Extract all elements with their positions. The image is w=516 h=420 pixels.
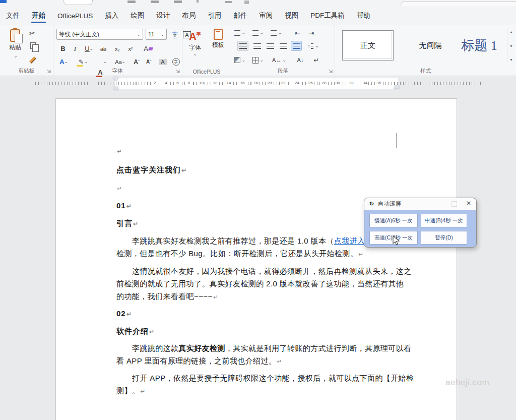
tab-mailings[interactable]: 邮件 <box>227 6 253 25</box>
tab-layout[interactable]: 布局 <box>176 6 202 25</box>
left-indent-marker[interactable] <box>113 87 118 89</box>
font-group-label: 字体 <box>53 68 182 75</box>
style-heading1[interactable]: 标题 1 <box>455 30 503 61</box>
tab-pdf-tools[interactable]: PDF工具箱 <box>304 6 351 25</box>
horizontal-ruler[interactable]: 24681012141618202224262830323436 <box>0 76 516 90</box>
increase-indent-button[interactable]: ⇥ <box>306 28 317 38</box>
font-size-combobox[interactable]: 11 <box>146 29 167 40</box>
document-page[interactable]: ↵ 点击蓝字关注我们↵ ↵ 01↵ 引言↵ 李跳跳真实好友检测我之前有推荐过，那… <box>55 98 457 420</box>
change-case-dropdown[interactable] <box>121 56 126 67</box>
style-normal[interactable]: 正文 <box>342 30 394 61</box>
tab-view[interactable]: 视图 <box>279 6 304 25</box>
doc-section-01[interactable]: 01↵ <box>116 200 399 212</box>
bullet-list-button[interactable] <box>234 28 245 38</box>
gallery-more-icon[interactable]: ▼ <box>509 58 513 62</box>
align-center-button[interactable] <box>251 41 263 51</box>
search-icon[interactable] <box>244 1 249 4</box>
doc-paragraph-line[interactable]: 李跳跳的这款真实好友检测，其实就是利用了转账的方式进行判断，其原理可以看 <box>116 343 399 354</box>
borders-button[interactable] <box>252 55 264 65</box>
clipboard-dialog-launcher[interactable]: ⇲ <box>47 69 51 74</box>
dialog-close-icon[interactable]: ✕ <box>466 200 471 207</box>
tab-file[interactable]: 文件 <box>0 6 26 25</box>
doc-paragraph-line[interactable]: 检测，但是也有不少 Bug。比如：断开检测后，它还是从头开始检测。↵ <box>116 248 399 260</box>
autosave-toggle[interactable] <box>63 0 93 5</box>
right-indent-marker-base[interactable] <box>394 86 399 88</box>
officeplus-font-button[interactable]: A字 字体 <box>184 28 206 68</box>
justify-button[interactable] <box>278 41 289 51</box>
subscript-button[interactable]: x₂ <box>112 43 123 54</box>
line-spacing-button[interactable]: ↕ <box>308 41 319 51</box>
shading-button[interactable] <box>234 55 245 65</box>
distribute-button[interactable] <box>291 41 302 51</box>
character-shading-button[interactable]: A <box>157 56 168 67</box>
font-dialog-launcher[interactable]: ⇲ <box>176 69 180 74</box>
italic-button[interactable]: I <box>70 43 81 54</box>
doc-heading-software[interactable]: 软件介绍↵ <box>116 326 399 337</box>
multilevel-list-button[interactable] <box>271 28 282 38</box>
tab-review[interactable]: 审阅 <box>253 6 279 25</box>
phonetic-guide-icon[interactable]: wén 文 <box>169 29 180 40</box>
gallery-up-icon[interactable]: ▲ <box>509 30 513 34</box>
doc-paragraph-line[interactable]: 李跳跳真实好友检测我之前有推荐过，那是还是 1.0 版本（点我进入），确 <box>116 235 399 247</box>
copy-icon[interactable] <box>30 42 36 49</box>
save-icon[interactable] <box>127 1 136 3</box>
tab-draw[interactable]: 绘图 <box>124 6 150 25</box>
tab-help[interactable]: 帮助 <box>351 6 376 25</box>
tab-home[interactable]: 开始 <box>26 6 51 25</box>
tab-design[interactable]: 设计 <box>150 6 176 25</box>
slow-speed-button[interactable]: 慢速(A)6秒 一次 <box>369 214 418 227</box>
officeplus-font-icon: A字 <box>189 28 201 42</box>
doc-paragraph-line[interactable]: 这情况就很不友好，因为我接个电话，就得必须断开，然后再检测就从头来，这之 <box>116 266 399 277</box>
tab-references[interactable]: 引用 <box>202 6 227 25</box>
style-no-spacing[interactable]: 无间隔 <box>409 30 452 61</box>
numbered-list-button[interactable] <box>252 28 264 38</box>
gallery-down-icon[interactable]: ▼ <box>509 44 513 48</box>
empty-paragraph[interactable]: ↵ <box>116 183 399 194</box>
tab-insert[interactable]: 插入 <box>99 6 124 25</box>
doc-hyperlink[interactable]: 点我进入 <box>334 236 365 245</box>
doc-paragraph-line[interactable]: 测】。↵ <box>116 385 399 397</box>
font-name-combobox[interactable]: 等线 (中文正文) <box>56 29 143 40</box>
superscript-button[interactable]: x² <box>125 43 136 54</box>
doc-paragraph-line[interactable]: 打开 APP，依然是要授予无障碍权限这个功能，授权后，就可以点下面的【开始检 <box>116 373 399 384</box>
cut-icon[interactable]: ✂ <box>29 29 35 37</box>
redo-icon[interactable] <box>174 1 182 3</box>
undo-icon[interactable] <box>151 1 159 3</box>
asian-layout-button[interactable]: A↔ <box>274 55 285 65</box>
officeplus-template-button[interactable]: 模板 <box>208 28 229 68</box>
text-effects-dropdown[interactable] <box>63 56 69 67</box>
dialog-minimize-button[interactable] <box>452 201 457 207</box>
paste-button[interactable]: 粘贴 <box>4 28 26 68</box>
sort-button[interactable]: A↓ <box>295 55 306 65</box>
shading-icon <box>234 57 240 63</box>
format-painter-icon[interactable] <box>29 56 36 64</box>
medium-speed-button[interactable]: 中速(B)4秒 一次 <box>421 214 467 227</box>
highlight-color-dropdown[interactable] <box>84 56 89 67</box>
doc-heading-intro[interactable]: 引言↵ <box>116 218 399 229</box>
strikethrough-button[interactable]: ab <box>98 43 109 54</box>
bold-button[interactable]: B <box>57 43 69 54</box>
underline-dropdown[interactable] <box>89 43 94 54</box>
empty-paragraph[interactable]: ↵ <box>116 145 399 157</box>
pause-button[interactable]: 暂停(D) <box>421 231 467 245</box>
tab-officeplus[interactable]: OfficePLUS <box>51 6 99 25</box>
enclose-characters-button[interactable]: 字 <box>170 56 181 67</box>
paragraph-dialog-launcher[interactable]: ⇲ <box>329 69 333 74</box>
decrease-indent-button[interactable]: ⇤ <box>292 28 303 38</box>
shrink-font-button[interactable]: Aˇ <box>143 56 154 67</box>
document-title <box>225 1 232 3</box>
align-left-button[interactable] <box>237 41 248 51</box>
dialog-titlebar[interactable]: ↻ 自动滚屏 ✕ <box>364 198 476 210</box>
show-marks-button[interactable]: ↵ <box>311 55 322 65</box>
grow-font-button[interactable]: Aˆ <box>131 56 142 67</box>
doc-paragraph-line[interactable]: 的功能，我们来看看吧~~~~↵ <box>116 291 399 303</box>
first-line-indent-marker[interactable] <box>113 77 119 84</box>
doc-paragraph-line[interactable]: 前检测的就成了无用功了。真实好友检测的 2.0 版本就改善了这功能，当然还有其他 <box>116 278 399 289</box>
align-right-button[interactable] <box>265 41 276 51</box>
font-color-dropdown[interactable] <box>102 56 107 67</box>
doc-heading-follow-us[interactable]: 点击蓝字关注我们↵ <box>116 164 399 176</box>
clear-formatting-button[interactable]: A <box>142 43 154 54</box>
doc-paragraph-line[interactable]: 看 APP 里面有原理的链接，之前我也介绍过。↵ <box>116 355 399 367</box>
doc-section-02[interactable]: 02↵ <box>116 308 399 320</box>
paste-clipboard-icon <box>10 29 20 42</box>
